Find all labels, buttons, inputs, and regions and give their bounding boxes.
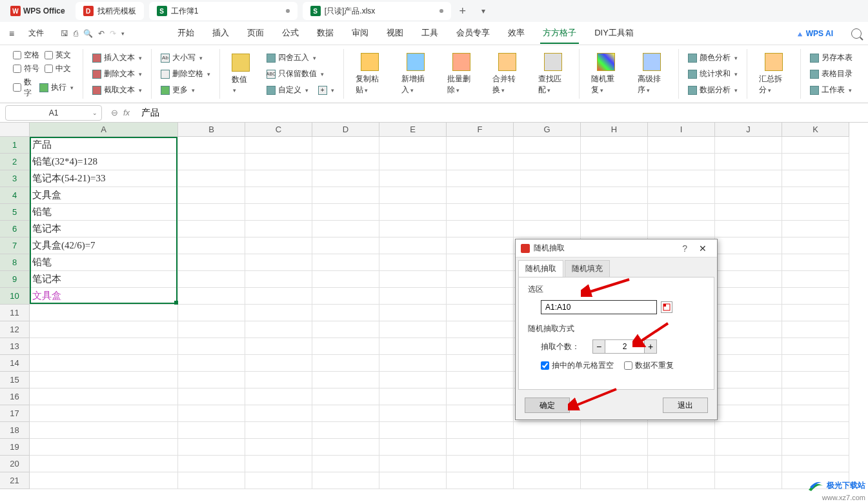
cell-C16[interactable] [245,388,312,405]
cell-D6[interactable] [312,221,379,237]
cell-A20[interactable] [30,456,178,472]
cell-J7[interactable] [715,237,782,254]
search-icon[interactable] [851,28,862,39]
cell-D19[interactable] [312,439,379,456]
cell-I4[interactable] [648,187,715,204]
menu-tab-member[interactable]: 会员专享 [454,23,492,44]
cell-I18[interactable] [648,422,715,439]
menu-tab-data[interactable]: 数据 [314,23,336,44]
cell-E10[interactable] [379,288,447,305]
row-header-9[interactable]: 9 [0,271,29,288]
cell-K10[interactable] [782,288,849,305]
cell-F14[interactable] [447,355,514,372]
row-header-11[interactable]: 11 [0,305,29,321]
btn-round[interactable]: 四舍五入▾ [264,51,337,65]
col-header-D[interactable]: D [312,123,379,136]
menu-tab-diy[interactable]: DIY工具箱 [592,23,636,44]
cell-J13[interactable] [715,338,782,355]
cell-I20[interactable] [648,456,715,472]
cell-D1[interactable] [312,137,379,154]
cell-D2[interactable] [312,154,379,170]
cell-H6[interactable] [581,221,648,237]
cell-F15[interactable] [447,372,514,388]
cell-D12[interactable] [312,321,379,338]
cell-A9[interactable]: 笔记本 [30,271,178,288]
cell-E21[interactable] [379,472,447,489]
cell-G2[interactable] [514,154,581,170]
cell-A1[interactable]: 产品 [30,137,178,154]
row-header-5[interactable]: 5 [0,204,29,221]
cell-C4[interactable] [245,187,312,204]
name-box[interactable]: A1 ⌄ [5,105,102,121]
row-header-21[interactable]: 21 [0,472,29,489]
count-increase-button[interactable]: + [644,339,657,354]
chk-english[interactable]: 英文 [45,50,71,61]
cell-K14[interactable] [782,355,849,372]
cell-I21[interactable] [648,472,715,489]
cell-J11[interactable] [715,305,782,321]
cell-K1[interactable] [782,137,849,154]
cell-F1[interactable] [447,137,514,154]
cell-F16[interactable] [447,388,514,405]
cell-E14[interactable] [379,355,447,372]
redo-icon[interactable]: ↷ [110,29,116,38]
cell-K20[interactable] [782,456,849,472]
cell-H3[interactable] [581,170,648,187]
btn-copy-paste[interactable]: 复制粘贴▾ [350,50,390,98]
cell-C18[interactable] [245,422,312,439]
cell-E16[interactable] [379,388,447,405]
col-header-K[interactable]: K [782,123,849,136]
btn-extract-text[interactable]: 截取文本▾ [90,83,145,97]
cell-K16[interactable] [782,388,849,405]
cell-A4[interactable]: 文具盒 [30,187,178,204]
btn-merge-convert[interactable]: 合并转换▾ [487,50,527,98]
cell-B16[interactable] [178,388,245,405]
cell-F10[interactable] [447,288,514,305]
cell-E17[interactable] [379,405,447,422]
cell-D3[interactable] [312,170,379,187]
btn-more[interactable]: 更多▾ [158,83,213,97]
col-header-B[interactable]: B [178,123,245,136]
qat-dropdown-icon[interactable]: ▾ [121,30,125,37]
range-input[interactable] [541,300,657,314]
cell-J3[interactable] [715,170,782,187]
select-all-corner[interactable] [0,123,30,137]
cell-A10[interactable]: 文具盒 [30,288,178,305]
check-empty-cell[interactable]: 抽中的单元格置空 [541,360,614,371]
cell-J8[interactable] [715,254,782,271]
cell-C17[interactable] [245,405,312,422]
btn-match[interactable]: 查找匹配▾ [533,50,572,98]
tab-menu-button[interactable]: ▾ [474,2,492,20]
cell-F2[interactable] [447,154,514,170]
cell-A17[interactable] [30,405,178,422]
row-header-4[interactable]: 4 [0,187,29,204]
btn-batch-delete[interactable]: 批量删除▾ [442,50,481,98]
cell-B7[interactable] [178,237,245,254]
btn-worksheet[interactable]: 工作表▾ [807,83,855,97]
cell-I2[interactable] [648,154,715,170]
col-header-G[interactable]: G [514,123,581,136]
cell-E9[interactable] [379,271,447,288]
cell-C12[interactable] [245,321,312,338]
chk-chinese[interactable]: 中文 [45,63,71,74]
cell-F3[interactable] [447,170,514,187]
cell-A5[interactable]: 铅笔 [30,204,178,221]
cell-B9[interactable] [178,271,245,288]
cell-C15[interactable] [245,372,312,388]
cell-B6[interactable] [178,221,245,237]
btn-sheet-catalog[interactable]: 表格目录 [807,67,855,81]
menu-tab-page[interactable]: 页面 [245,23,267,44]
cell-A12[interactable] [30,321,178,338]
cell-B8[interactable] [178,254,245,271]
cell-E20[interactable] [379,456,447,472]
menu-tab-home[interactable]: 开始 [175,23,197,44]
menu-tab-ffgz[interactable]: 方方格子 [540,23,579,44]
cell-K13[interactable] [782,338,849,355]
cell-E13[interactable] [379,338,447,355]
cell-D17[interactable] [312,405,379,422]
cell-B1[interactable] [178,137,245,154]
cell-E4[interactable] [379,187,447,204]
cell-J1[interactable] [715,137,782,154]
cell-D8[interactable] [312,254,379,271]
cell-E19[interactable] [379,439,447,456]
